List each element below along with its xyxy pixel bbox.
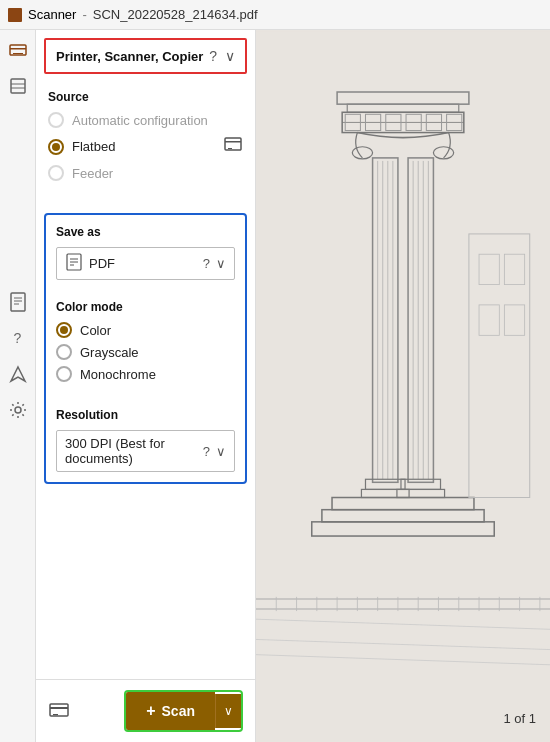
settings-sidebar-icon[interactable] [6,398,30,422]
bottom-bar: + Scan ∨ [36,679,255,742]
resolution-dropdown-controls: ? ∨ [203,444,226,459]
svg-rect-14 [228,148,232,149]
scanner-chevron-icon[interactable]: ∨ [225,48,235,64]
color-mode-monochrome-option[interactable]: Monochrome [56,366,235,382]
scan-dropdown-button[interactable]: ∨ [215,694,241,728]
resolution-value: 300 DPI (Best for documents) [65,436,203,466]
bottom-settings-icon[interactable] [48,699,70,724]
color-mode-color-label: Color [80,323,111,338]
color-mode-label: Color mode [56,300,235,314]
blue-bordered-section: Save as PDF [44,213,247,484]
source-feeder-label: Feeder [72,166,113,181]
scanner-help-icon[interactable]: ? [209,48,217,64]
save-as-section: Save as PDF [56,225,235,280]
scanner-title: Printer, Scanner, Copier [56,49,203,64]
svg-rect-19 [50,704,68,716]
scan-button-label: Scan [162,703,195,719]
source-flatbed-label: Flatbed [72,139,115,154]
save-as-help-icon[interactable]: ? [203,256,210,271]
svg-rect-21 [53,714,58,715]
svg-rect-12 [225,138,241,150]
title-bar-separator: - [82,7,86,22]
source-flatbed-radio[interactable] [48,139,64,155]
preview-image [256,30,550,742]
page-sidebar-icon[interactable] [6,290,30,314]
save-as-chevron-icon[interactable]: ∨ [216,256,226,271]
save-as-dropdown-left: PDF [65,253,115,274]
save-as-dropdown-controls: ? ∨ [203,256,226,271]
navigate-sidebar-icon[interactable] [6,362,30,386]
scan-button[interactable]: + Scan [126,692,215,730]
scanner-header-controls: ? ∨ [209,48,235,64]
color-mode-color-radio[interactable] [56,322,72,338]
color-mode-monochrome-radio[interactable] [56,366,72,382]
scan-plus-icon: + [146,702,155,720]
title-bar-filename: SCN_20220528_214634.pdf [93,7,258,22]
source-auto-label: Automatic configuration [72,113,208,128]
flatbed-row: Flatbed [48,134,243,159]
color-mode-color-option[interactable]: Color [56,322,235,338]
title-bar-app-icon [8,8,22,22]
source-feeder-radio [48,165,64,181]
resolution-section: Resolution 300 DPI (Best for documents) … [56,408,235,472]
resolution-help-icon[interactable]: ? [203,444,210,459]
color-mode-monochrome-label: Monochrome [80,367,156,382]
flatbed-settings-icon[interactable] [223,134,243,159]
left-panel: Printer, Scanner, Copier ? ∨ Source Auto… [36,30,256,742]
color-mode-grayscale-label: Grayscale [80,345,139,360]
svg-point-11 [15,407,21,413]
resolution-label: Resolution [56,408,235,422]
source-feeder-option: Feeder [48,165,243,181]
scanner-sidebar-icon[interactable] [6,38,30,62]
source-section: Source Automatic configuration Flatbed [36,82,255,195]
svg-rect-13 [225,141,241,143]
svg-rect-2 [13,53,23,54]
help-sidebar-icon[interactable]: ? [6,326,30,350]
save-as-value: PDF [89,256,115,271]
preview-panel: 1 of 1 [256,30,550,742]
color-mode-grayscale-option[interactable]: Grayscale [56,344,235,360]
layers-sidebar-icon[interactable] [6,74,30,98]
source-auto-option: Automatic configuration [48,112,243,128]
title-bar-app-name: Scanner [28,7,76,22]
save-as-dropdown[interactable]: PDF ? ∨ [56,247,235,280]
save-as-label: Save as [56,225,235,239]
sidebar: ? [0,30,36,742]
scanner-header-dropdown[interactable]: Printer, Scanner, Copier ? ∨ [44,38,247,74]
resolution-dropdown[interactable]: 300 DPI (Best for documents) ? ∨ [56,430,235,472]
pdf-icon [65,253,83,274]
source-auto-radio [48,112,64,128]
source-label: Source [48,90,243,104]
color-mode-grayscale-radio[interactable] [56,344,72,360]
svg-rect-1 [10,48,26,50]
svg-marker-10 [11,367,25,381]
source-flatbed-option[interactable]: Flatbed [48,139,115,155]
svg-rect-3 [11,79,25,93]
svg-rect-20 [50,707,68,709]
scan-button-group[interactable]: + Scan ∨ [124,690,243,732]
scan-chevron-icon: ∨ [224,704,233,718]
page-counter: 1 of 1 [503,711,536,726]
svg-rect-6 [11,293,25,311]
color-mode-section: Color mode Color Grayscale Monochrome [56,300,235,382]
resolution-chevron-icon[interactable]: ∨ [216,444,226,459]
title-bar: Scanner - SCN_20220528_214634.pdf [0,0,550,30]
